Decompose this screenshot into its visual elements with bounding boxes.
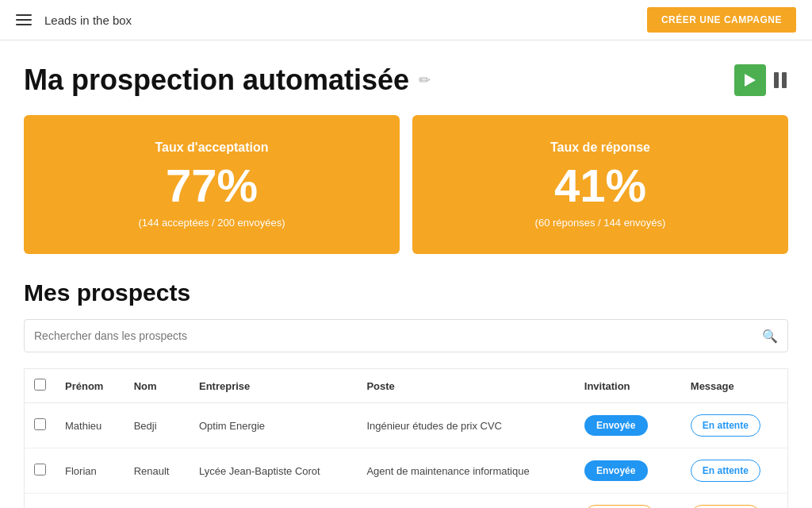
col-poste: Poste xyxy=(357,369,574,403)
cell-prenom: Florian xyxy=(56,448,124,494)
table-row: Mathieu Bedji Optim Energie Ingénieur ét… xyxy=(25,403,788,448)
message-badge[interactable]: En attente xyxy=(691,414,760,437)
cell-entreprise: Lycée Jean-Baptiste Corot xyxy=(190,448,357,494)
cell-prenom: Soline xyxy=(56,494,124,509)
svg-rect-2 xyxy=(782,72,787,88)
message-badge[interactable]: En attente xyxy=(691,460,760,482)
col-prenom: Prénom xyxy=(56,369,124,403)
cell-entreprise: Optim Energie xyxy=(190,403,357,448)
col-invitation: Invitation xyxy=(575,369,681,403)
pause-button[interactable] xyxy=(774,72,788,88)
edit-icon[interactable]: ✏ xyxy=(419,71,431,89)
col-entreprise: Entreprise xyxy=(190,369,357,403)
cell-invitation: Envoyée xyxy=(575,403,681,448)
cell-message: En attente xyxy=(681,448,788,494)
table-header-row: Prénom Nom Entreprise Poste Invitation M… xyxy=(25,369,788,403)
title-actions xyxy=(734,64,788,96)
row-checkbox-cell xyxy=(25,403,56,448)
svg-marker-0 xyxy=(745,74,756,87)
cell-entreprise: ACEOL xyxy=(190,494,357,509)
app-header: Leads in the box CRÉER UNE CAMPAGNE xyxy=(0,0,812,40)
search-bar: 🔍 xyxy=(24,319,788,352)
row-checkbox-cell xyxy=(25,448,56,494)
stat-response-sub: (60 réponses / 144 envoyés) xyxy=(428,217,772,229)
cell-nom: Flahaut xyxy=(124,494,190,509)
select-all-checkbox[interactable] xyxy=(34,379,46,391)
invitation-badge[interactable]: En attente xyxy=(584,505,654,508)
prospects-table: Prénom Nom Entreprise Poste Invitation M… xyxy=(24,368,788,508)
cell-message: En attente xyxy=(681,494,788,509)
cell-message: En attente xyxy=(681,403,788,448)
cell-poste: VP communications xyxy=(357,494,574,509)
cell-prenom: Mathieu xyxy=(56,403,124,448)
hamburger-menu[interactable] xyxy=(16,14,32,25)
row-checkbox-0[interactable] xyxy=(34,418,46,430)
pause-icon xyxy=(774,72,788,88)
row-checkbox-cell xyxy=(25,494,56,509)
cell-invitation: Envoyée xyxy=(575,448,681,494)
col-message: Message xyxy=(681,369,788,403)
stat-acceptance-sub: (144 acceptées / 200 envoyées) xyxy=(40,217,384,229)
main-content: Ma prospection automatisée ✏ Taux d'acce… xyxy=(0,40,812,508)
cell-poste: Agent de maintenance informatique xyxy=(357,448,574,494)
title-row: Ma prospection automatisée ✏ xyxy=(24,64,788,96)
search-input[interactable] xyxy=(34,329,762,342)
search-icon: 🔍 xyxy=(762,329,778,344)
play-icon xyxy=(745,74,756,87)
stat-card-acceptance: Taux d'acceptation 77% (144 acceptées / … xyxy=(24,115,400,254)
header-left: Leads in the box xyxy=(16,13,132,27)
message-badge[interactable]: En attente xyxy=(691,505,760,508)
col-nom: Nom xyxy=(124,369,190,403)
invitation-badge[interactable]: Envoyée xyxy=(584,415,648,436)
play-button[interactable] xyxy=(734,64,766,96)
table-row: Florian Renault Lycée Jean-Baptiste Coro… xyxy=(25,448,788,494)
prospects-section-title: Mes prospects xyxy=(24,279,788,306)
page-title: Ma prospection automatisée xyxy=(24,64,409,96)
invitation-badge[interactable]: Envoyée xyxy=(584,460,648,481)
stat-response-label: Taux de réponse xyxy=(428,140,772,155)
header-checkbox-col xyxy=(25,369,56,403)
stat-acceptance-label: Taux d'acceptation xyxy=(40,140,384,155)
cell-nom: Renault xyxy=(124,448,190,494)
create-campaign-button[interactable]: CRÉER UNE CAMPAGNE xyxy=(647,7,796,33)
stat-acceptance-value: 77% xyxy=(40,163,384,209)
table-row: Soline Flahaut ACEOL VP communications E… xyxy=(25,494,788,509)
row-checkbox-1[interactable] xyxy=(34,464,46,475)
cell-nom: Bedji xyxy=(124,403,190,448)
cell-invitation: En attente xyxy=(575,494,681,509)
stat-response-value: 41% xyxy=(428,163,772,209)
svg-rect-1 xyxy=(774,72,779,88)
stat-card-response: Taux de réponse 41% (60 réponses / 144 e… xyxy=(412,115,788,254)
stats-row: Taux d'acceptation 77% (144 acceptées / … xyxy=(24,115,788,254)
cell-poste: Ingénieur études de prix CVC xyxy=(357,403,574,448)
title-left: Ma prospection automatisée ✏ xyxy=(24,64,431,96)
app-title: Leads in the box xyxy=(44,13,132,27)
